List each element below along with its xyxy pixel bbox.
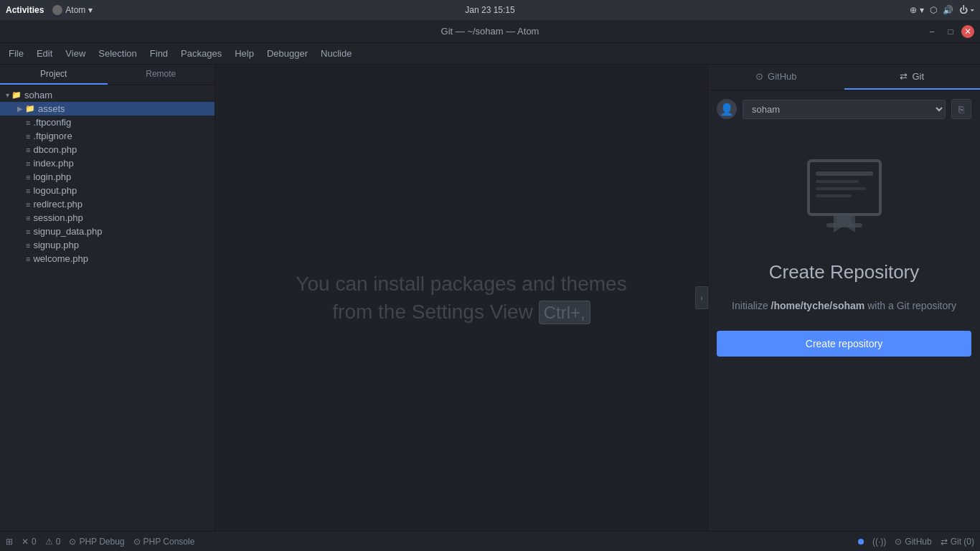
minimize-button[interactable]: – — [924, 24, 940, 39]
php-console-button[interactable]: ⊙ PHP Console — [133, 537, 195, 547]
file-icon: ≡ — [26, 159, 30, 168]
file-tree: ▾ 📁 soham ▶ 📁 assets ≡ .ftpconfig ≡ .ftp… — [0, 85, 215, 531]
menu-edit[interactable]: Edit — [31, 45, 58, 62]
collapse-panel-button[interactable]: › — [695, 286, 708, 309]
create-repo-title: Create Repository — [769, 261, 920, 283]
git-status-button[interactable]: ⇄ Git (0) — [941, 537, 974, 547]
tab-git[interactable]: ⇄ Git — [844, 65, 981, 90]
menu-nuclide[interactable]: Nuclide — [315, 45, 357, 62]
php-debug-button[interactable]: ⊙ PHP Debug — [69, 537, 124, 547]
right-panel-tabs: ⊙ GitHub ⇄ Git — [708, 65, 980, 90]
file-name: signup.php — [33, 240, 79, 250]
root-folder-name: soham — [24, 90, 52, 100]
list-item[interactable]: ≡ session.php — [0, 211, 215, 225]
list-item[interactable]: ≡ dbcon.php — [0, 143, 215, 156]
user-avatar: 👤 — [717, 99, 737, 119]
list-item[interactable]: ≡ .ftpignore — [0, 129, 215, 143]
window-title: Git — ~/soham — Atom — [441, 26, 540, 37]
git-tab-label: Git — [912, 71, 924, 82]
status-bar: ⊞ ✕ 0 ⚠ 0 ⊙ PHP Debug ⊙ PHP Console ((·)… — [0, 531, 980, 551]
folder-icon: 📁 — [11, 90, 22, 100]
menu-view[interactable]: View — [60, 45, 91, 62]
sidebar: Project Remote ▾ 📁 soham ▶ 📁 assets ≡ .f… — [0, 65, 215, 531]
tree-assets-folder[interactable]: ▶ 📁 assets — [0, 102, 215, 116]
atom-dropdown-icon[interactable]: ▾ — [88, 5, 93, 15]
volume-icon[interactable]: 🔊 — [943, 5, 953, 15]
wifi-status[interactable]: ((·)) — [872, 537, 886, 547]
menu-bar: File Edit View Selection Find Packages H… — [0, 43, 980, 65]
status-bar-right: ((·)) ⊙ GitHub ⇄ Git (0) — [858, 537, 974, 547]
menu-find[interactable]: Find — [144, 45, 174, 62]
grid-icon: ⊞ — [6, 537, 13, 547]
list-item[interactable]: ≡ index.php — [0, 156, 215, 170]
user-select[interactable]: soham — [743, 100, 946, 119]
warnings-count: 0 — [56, 537, 61, 547]
sidebar-tabs: Project Remote — [0, 65, 215, 85]
file-icon: ≡ — [26, 173, 30, 182]
assets-arrow-icon: ▶ — [17, 105, 23, 113]
svg-rect-3 — [816, 187, 866, 190]
atom-label: Atom — [65, 5, 85, 15]
file-icon: ≡ — [26, 241, 30, 250]
repo-illustration — [801, 154, 887, 240]
github-tab-icon: ⊙ — [755, 71, 763, 82]
file-icon: ≡ — [26, 146, 30, 154]
file-name: index.php — [33, 158, 73, 169]
file-icon: ≡ — [26, 214, 30, 222]
php-debug-label: PHP Debug — [79, 537, 124, 547]
github-status-icon: ⊙ — [895, 537, 902, 547]
list-item[interactable]: ≡ redirect.php — [0, 197, 215, 211]
file-name: logout.php — [33, 185, 77, 196]
github-status-button[interactable]: ⊙ GitHub — [895, 537, 931, 547]
user-action-button[interactable]: ⎘ — [951, 99, 971, 119]
atom-indicator[interactable]: Atom ▾ — [52, 5, 93, 15]
tab-project[interactable]: Project — [0, 65, 108, 85]
file-icon: ≡ — [26, 255, 30, 263]
warning-icon: ⚠ — [45, 537, 53, 547]
git-status-label: Git (0) — [951, 537, 974, 547]
list-item[interactable]: ≡ logout.php — [0, 184, 215, 197]
list-item[interactable]: ≡ login.php — [0, 170, 215, 184]
svg-rect-2 — [816, 180, 859, 183]
warnings-indicator[interactable]: ⚠ 0 — [45, 537, 61, 547]
menu-packages[interactable]: Packages — [175, 45, 227, 62]
svg-rect-4 — [816, 194, 852, 197]
accessibility-icon[interactable]: ⊕ ▾ — [910, 5, 923, 15]
menu-selection[interactable]: Selection — [93, 45, 142, 62]
welcome-text: You can install packages and themes from… — [296, 270, 626, 326]
activities-button[interactable]: Activities — [6, 5, 44, 15]
list-item[interactable]: ≡ signup_data.php — [0, 225, 215, 238]
svg-rect-1 — [816, 171, 873, 176]
menu-help[interactable]: Help — [229, 45, 260, 62]
atom-dot-icon — [52, 5, 62, 15]
center-area: You can install packages and themes from… — [215, 65, 707, 531]
user-row: 👤 soham ⎘ — [717, 99, 971, 119]
file-name: redirect.php — [33, 199, 83, 209]
assets-folder-icon: 📁 — [25, 104, 35, 113]
system-datetime: Jan 23 15:15 — [465, 5, 514, 15]
maximize-button[interactable]: □ — [943, 24, 958, 39]
tree-root-folder[interactable]: ▾ 📁 soham — [0, 88, 215, 102]
git-tab-icon: ⇄ — [900, 71, 908, 82]
file-name: signup_data.php — [33, 226, 102, 237]
network-icon[interactable]: ⬡ — [930, 5, 937, 15]
system-bar: Activities Atom ▾ Jan 23 15:15 ⊕ ▾ ⬡ 🔊 ⏻… — [0, 0, 980, 20]
close-button[interactable]: ✕ — [961, 25, 974, 38]
list-item[interactable]: ≡ .ftpconfig — [0, 116, 215, 129]
errors-indicator[interactable]: ✕ 0 — [22, 537, 37, 547]
shortcut-badge: Ctrl+, — [539, 301, 590, 324]
repo-svg-icon — [801, 154, 887, 240]
list-item[interactable]: ≡ welcome.php — [0, 252, 215, 265]
create-repository-button[interactable]: Create repository — [717, 331, 971, 357]
avatar-icon: 👤 — [720, 103, 734, 116]
grid-icon-button[interactable]: ⊞ — [6, 537, 13, 547]
list-item[interactable]: ≡ signup.php — [0, 238, 215, 252]
tab-remote[interactable]: Remote — [108, 65, 215, 85]
menu-debugger[interactable]: Debugger — [261, 45, 314, 62]
main-layout: Project Remote ▾ 📁 soham ▶ 📁 assets ≡ .f… — [0, 65, 980, 531]
tab-github[interactable]: ⊙ GitHub — [708, 65, 844, 90]
menu-file[interactable]: File — [3, 45, 29, 62]
create-repo-desc: Initialize /home/tyche/soham with a Git … — [717, 298, 971, 314]
power-icon[interactable]: ⏻ ▾ — [959, 5, 974, 15]
file-name: dbcon.php — [33, 144, 77, 155]
